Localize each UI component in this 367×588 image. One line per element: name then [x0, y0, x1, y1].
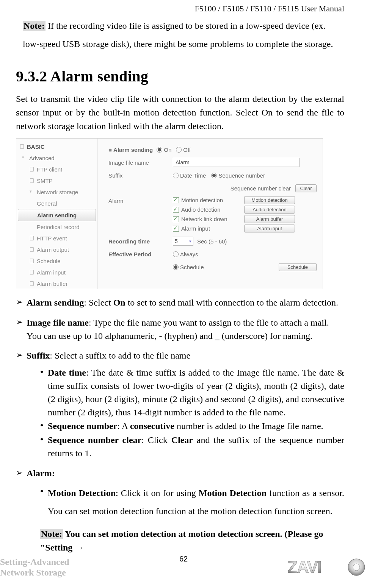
- doc-icon: [29, 247, 35, 252]
- sub-motion-detection: Motion Detection: Click it on for using …: [40, 484, 344, 520]
- chevron-down-icon: ▾: [189, 239, 191, 244]
- effective-schedule-radio[interactable]: [173, 264, 179, 270]
- clear-button[interactable]: Clear: [295, 184, 317, 192]
- recording-time-hint: Sec (5 - 60): [197, 238, 227, 245]
- settings-form: ■ Alarm sending On Off Image file name S…: [98, 139, 323, 289]
- bullet-alarm-sending: Alarm sending: Select On to set to send …: [16, 296, 344, 309]
- suffix-sublist: Date time: The date & time suffix is add…: [27, 366, 344, 460]
- btn-motion[interactable]: Motion detection: [244, 196, 295, 204]
- seq-clear-label: Sequence number clear: [173, 185, 293, 192]
- nav-http-event[interactable]: HTTP event: [16, 232, 97, 244]
- logo-text: ZAVI: [287, 558, 321, 576]
- suffix-label: Suffix: [108, 172, 173, 179]
- nav-advanced[interactable]: Advanced: [16, 152, 97, 164]
- note-label-bottom: Note:: [40, 529, 63, 539]
- page-number: 62: [179, 555, 188, 563]
- alarm-sending-on-radio[interactable]: [157, 147, 162, 153]
- nav-schedule[interactable]: Schedule: [16, 255, 97, 267]
- settings-screenshot: BASIC Advanced FTP client SMTP Network s…: [16, 138, 323, 289]
- nav-alarm-buffer[interactable]: Alarm buffer: [16, 278, 97, 289]
- alarm-sublist: Motion Detection: Click it on for using …: [27, 484, 344, 520]
- alarm-sending-off-radio[interactable]: [176, 147, 182, 153]
- doc-header: F5100 / F5105 / F5110 / F5115 User Manua…: [23, 0, 344, 16]
- suffix-seq-radio[interactable]: [211, 173, 217, 178]
- nav-sidebar: BASIC Advanced FTP client SMTP Network s…: [16, 139, 98, 289]
- doc-icon: [29, 178, 35, 183]
- sub-seq-clear: Sequence number clear: Click Clear and t…: [40, 434, 344, 460]
- bullet-alarm: Alarm: Motion Detection: Click it on for…: [16, 467, 344, 554]
- zavio-logo: ZAVI: [287, 556, 367, 578]
- note-top: Note: If the recording video file is ass…: [23, 17, 344, 53]
- chk-audio[interactable]: [173, 207, 179, 213]
- doc-icon: [29, 270, 35, 275]
- bullet-image-file-name: Image file name: Type the file name you …: [16, 316, 344, 343]
- bullet-suffix: Suffix: Select a suffix to add to the fi…: [16, 349, 344, 460]
- doc-icon: [19, 144, 25, 149]
- sub-date-time: Date time: The date & time suffix is add…: [40, 366, 344, 419]
- chk-netlink[interactable]: [173, 216, 179, 222]
- note-text-bottom: You can set motion detection at motion d…: [40, 529, 323, 552]
- bullet-list: Alarm sending: Select On to set to send …: [16, 296, 344, 554]
- chevron-down-icon: [29, 189, 35, 195]
- nav-general[interactable]: General: [16, 198, 97, 209]
- section-title: Alarm sending: [50, 68, 149, 85]
- nav-network-storage[interactable]: Network storage: [16, 186, 97, 198]
- schedule-button[interactable]: Schedule: [279, 263, 317, 271]
- chk-motion[interactable]: [173, 197, 179, 203]
- chk-alarm-input[interactable]: [173, 226, 179, 232]
- nav-basic[interactable]: BASIC: [16, 141, 97, 152]
- effective-period-label: Effective Period: [108, 251, 173, 257]
- alarm-label: Alarm: [108, 196, 173, 204]
- page-footer: Setting-Advanced Network Storage 62 ZAVI: [0, 555, 367, 581]
- image-file-name-label: Image file name: [108, 159, 173, 166]
- doc-icon: [29, 236, 35, 241]
- note-label: Note:: [23, 21, 45, 31]
- note-text: If the recording video file is assigned …: [23, 21, 333, 49]
- svg-point-1: [353, 564, 360, 571]
- recording-time-label: Recording time: [108, 238, 173, 245]
- alarm-grid: Motion detectionMotion detection Audio d…: [173, 196, 295, 232]
- sub-seq-num: Sequence number: A consecutive number is…: [40, 420, 344, 433]
- alarm-sending-label: Alarm sending: [113, 147, 153, 153]
- section-number: 9.3.2: [16, 68, 47, 85]
- nav-alarm-input[interactable]: Alarm input: [16, 267, 97, 278]
- doc-icon: [29, 258, 35, 264]
- chevron-down-icon: [22, 155, 27, 161]
- suffix-datetime-radio[interactable]: [173, 173, 179, 178]
- btn-alarm-input[interactable]: Alarm input: [244, 225, 295, 232]
- footer-breadcrumb: Setting-Advanced Network Storage: [0, 557, 69, 578]
- effective-always-radio[interactable]: [173, 251, 179, 257]
- btn-audio[interactable]: Audio detection: [244, 206, 295, 214]
- image-file-name-input[interactable]: [173, 158, 300, 167]
- nav-alarm-output[interactable]: Alarm output: [16, 244, 97, 255]
- note-bottom: Note: You can set motion detection at mo…: [40, 527, 344, 554]
- section-heading: 9.3.2 Alarm sending: [16, 67, 344, 85]
- doc-icon: [29, 281, 35, 286]
- nav-periodical-record[interactable]: Periodical record: [16, 221, 97, 232]
- nav-alarm-sending[interactable]: Alarm sending: [18, 209, 96, 221]
- doc-icon: [29, 167, 35, 172]
- btn-buffer[interactable]: Alarm buffer: [244, 215, 295, 223]
- nav-ftp[interactable]: FTP client: [16, 164, 97, 175]
- section-intro: Set to transmit the video clip file with…: [16, 92, 344, 133]
- recording-time-select[interactable]: 5▾: [173, 237, 193, 246]
- nav-smtp[interactable]: SMTP: [16, 175, 97, 186]
